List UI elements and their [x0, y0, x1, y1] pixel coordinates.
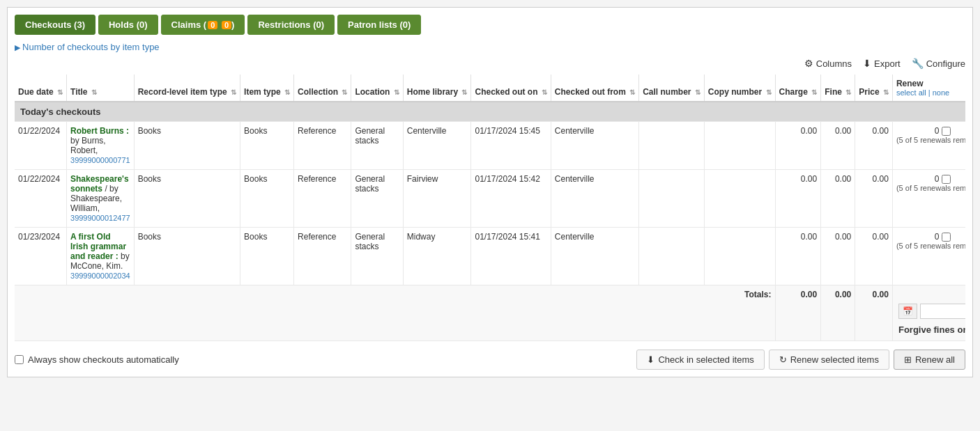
renew-count-2: 0: [935, 174, 940, 184]
col-header-renew: Renew select all | none: [892, 75, 965, 102]
always-show-label: Always show checkouts automatically: [28, 354, 179, 365]
cell-price-2: 0.00: [855, 170, 893, 228]
calendar-button[interactable]: 📅: [898, 304, 917, 319]
renew-checkbox-2[interactable]: [942, 175, 951, 184]
renewal-due-date-label: Renewal due date:: [898, 291, 965, 301]
renew-select-none[interactable]: none: [933, 88, 949, 97]
cell-renew-3: 0 (5 of 5 renewals remaining): [892, 228, 965, 285]
col-header-call-number[interactable]: Call number ⇅: [639, 75, 705, 102]
cell-charge-1: 0.00: [775, 122, 821, 170]
check-in-selected-button[interactable]: ⬇ Check in selected items: [636, 350, 764, 370]
renew-select-all[interactable]: select all: [896, 88, 926, 97]
section-header-label: Today's checkouts: [15, 102, 965, 122]
renew-checkbox-1[interactable]: [942, 127, 951, 136]
claims-badge2: 0: [222, 21, 231, 29]
tab-patron-lists[interactable]: Patron lists (0): [337, 15, 421, 35]
always-show-section: Always show checkouts automatically: [15, 354, 179, 365]
renewal-input-row: 📅 ✕: [898, 304, 965, 319]
col-header-item-type[interactable]: Item type ⇅: [240, 75, 294, 102]
gear-icon: ⚙: [804, 58, 813, 69]
renew-checkbox-3[interactable]: [942, 233, 951, 242]
col-header-checked-out-on[interactable]: Checked out on ⇅: [471, 75, 551, 102]
cell-collection-2: Reference: [294, 170, 351, 228]
cell-checked-out-on-2: 01/17/2024 15:42: [471, 170, 551, 228]
title-link-3[interactable]: A first Old Irish grammar and reader :: [70, 232, 126, 261]
cell-checked-out-from-2: Centerville: [551, 170, 638, 228]
col-header-checked-out-from[interactable]: Checked out from ⇅: [551, 75, 638, 102]
table-row: 01/22/2024 Shakespeare's sonnets / by Sh…: [15, 170, 965, 228]
col-header-title[interactable]: Title ⇅: [67, 75, 135, 102]
forgive-label: Forgive fines on return:: [898, 324, 965, 335]
title-link-1[interactable]: Robert Burns :: [70, 126, 129, 136]
cell-charge-2: 0.00: [775, 170, 821, 228]
renew-selected-button[interactable]: ↻ Renew selected items: [769, 350, 889, 370]
cell-fine-1: 0.00: [821, 122, 855, 170]
collapse-checkouts-by-type[interactable]: Number of checkouts by item type: [15, 42, 965, 52]
wrench-icon: 🔧: [912, 58, 924, 69]
cell-call-number-3: [639, 228, 705, 285]
cell-item-type-3: Books: [240, 228, 294, 285]
col-header-collection[interactable]: Collection ⇅: [294, 75, 351, 102]
col-header-home-library[interactable]: Home library ⇅: [403, 75, 471, 102]
cell-home-library-1: Centerville: [403, 122, 471, 170]
tabs-bar: Checkouts (3) Holds (0) Claims (0 0) Res…: [15, 15, 965, 35]
totals-row: Totals: 0.00 0.00 0.00 Renewal due date:…: [15, 285, 965, 341]
toolbar: ⚙ Columns ⬇ Export 🔧 Configure: [15, 58, 965, 69]
tab-restrictions[interactable]: Restrictions (0): [247, 15, 335, 35]
title-sub-1: by Burns, Robert,: [70, 136, 106, 155]
renew-remaining-2: (5 of 5 renewals remaining): [896, 184, 965, 192]
col-header-copy-number[interactable]: Copy number ⇅: [704, 75, 775, 102]
cell-collection-1: Reference: [294, 122, 351, 170]
barcode-1: 39999000000771: [70, 156, 130, 164]
refresh-icon: ↻: [779, 354, 787, 365]
cell-copy-number-1: [704, 122, 775, 170]
cell-item-type-2: Books: [240, 170, 294, 228]
cell-title-3: A first Old Irish grammar and reader : b…: [67, 228, 135, 285]
cell-due-date-2: 01/22/2024: [15, 170, 67, 228]
checkouts-table: Due date ⇅ Title ⇅ Record-level item typ…: [15, 75, 965, 341]
title-link-2[interactable]: Shakespeare's sonnets: [70, 174, 129, 194]
barcode-3: 39999000002034: [70, 272, 130, 280]
renewal-date-input[interactable]: [920, 304, 965, 319]
cell-due-date-3: 01/23/2024: [15, 228, 67, 285]
renew-select-links: select all | none: [896, 88, 965, 97]
cell-collection-3: Reference: [294, 228, 351, 285]
section-header-today: Today's checkouts: [15, 102, 965, 122]
configure-button[interactable]: 🔧 Configure: [912, 58, 965, 69]
cell-checked-out-on-3: 01/17/2024 15:41: [471, 228, 551, 285]
export-button[interactable]: ⬇ Export: [863, 58, 901, 69]
totals-label: Totals:: [15, 285, 775, 341]
renew-remaining-1: (5 of 5 renewals remaining): [896, 136, 965, 144]
cell-renew-2: 0 (5 of 5 renewals remaining): [892, 170, 965, 228]
cell-fine-2: 0.00: [821, 170, 855, 228]
renew-all-button[interactable]: ⊞ Renew all: [894, 350, 965, 370]
cell-fine-3: 0.00: [821, 228, 855, 285]
tab-checkouts[interactable]: Checkouts (3): [15, 15, 95, 35]
barcode-2: 39999000012477: [70, 214, 130, 222]
col-header-record-level-item-type[interactable]: Record-level item type ⇅: [134, 75, 240, 102]
tab-holds[interactable]: Holds (0): [98, 15, 158, 35]
cell-price-3: 0.00: [855, 228, 893, 285]
table-row: 01/22/2024 Robert Burns : by Burns, Robe…: [15, 122, 965, 170]
cell-renew-1: 0 (5 of 5 renewals remaining): [892, 122, 965, 170]
columns-button[interactable]: ⚙ Columns: [804, 58, 852, 69]
cell-location-3: General stacks: [351, 228, 403, 285]
cell-item-type-1: Books: [240, 122, 294, 170]
totals-price: 0.00: [855, 285, 893, 341]
cell-record-type-3: Books: [134, 228, 240, 285]
col-header-price[interactable]: Price ⇅: [855, 75, 893, 102]
always-show-checkbox[interactable]: [15, 355, 24, 364]
col-header-location[interactable]: Location ⇅: [351, 75, 403, 102]
col-header-charge[interactable]: Charge ⇅: [775, 75, 821, 102]
cell-title-1: Robert Burns : by Burns, Robert, 3999900…: [67, 122, 135, 170]
cell-price-1: 0.00: [855, 122, 893, 170]
tab-claims[interactable]: Claims (0 0): [161, 15, 245, 35]
bottom-buttons: ⬇ Check in selected items ↻ Renew select…: [636, 350, 965, 370]
table-row: 01/23/2024 A first Old Irish grammar and…: [15, 228, 965, 285]
renew-remaining-3: (5 of 5 renewals remaining): [896, 242, 965, 250]
cell-checked-out-from-1: Centerville: [551, 122, 638, 170]
cell-home-library-2: Fairview: [403, 170, 471, 228]
col-header-due-date[interactable]: Due date ⇅: [15, 75, 67, 102]
renewal-section: Renewal due date: 📅 ✕ Forgive fines on r…: [892, 285, 965, 341]
col-header-fine[interactable]: Fine ⇅: [821, 75, 855, 102]
